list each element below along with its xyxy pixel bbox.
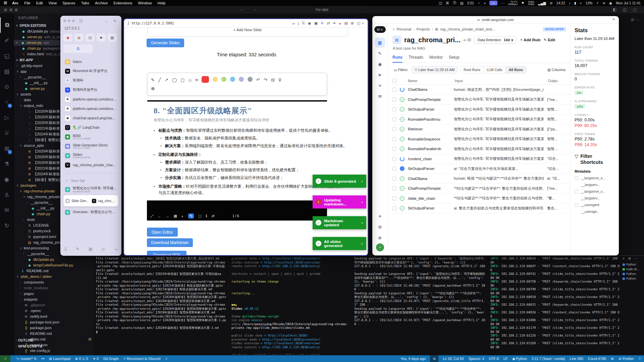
metadata-item[interactable]: __langserv... [575,183,615,187]
draw-tool[interactable]: ⚲ [278,77,282,82]
draw-tool[interactable] [230,77,235,83]
split-tab-segment[interactable]: ▦ Slide Gen... [65,199,90,203]
terminal-list-item[interactable]: Python: [623,276,643,281]
draw-tool[interactable]: ↗ [165,77,168,82]
menubar-status-icon[interactable]: ⚡ [596,1,599,5]
menu-window[interactable]: Window [138,1,152,5]
tab[interactable]: Setup [449,55,459,63]
row-checkbox[interactable] [392,147,396,151]
draw-tool[interactable] [221,77,226,83]
indentation[interactable]: Spaces: 4 [469,357,484,361]
run-row[interactable]: ChatOllama human: 阅读文档，按**内容: [文档]: [Doc… [392,85,570,95]
menu-help[interactable]: Help [157,1,165,5]
menu-app[interactable]: Arc [12,1,18,5]
tab[interactable]: Runs [392,55,402,63]
terminal-list-item[interactable]: Python: [623,272,643,276]
col-name[interactable]: Name [408,79,451,83]
menubar-status-icon[interactable]: ▂▄▆ [538,1,546,5]
draw-tool[interactable]: ↷ [264,77,267,82]
metadata-checkbox[interactable] [575,176,578,180]
metadata-checkbox[interactable] [575,203,578,207]
menubar-status-icon[interactable]: 0KB/s 0KB/s [528,1,534,5]
run-name[interactable]: RunnablePassthrou [408,117,450,121]
tree-item[interactable]: › components [14,280,94,285]
metadata-item[interactable]: __langserve_v... [575,190,615,193]
layout-toggle-icons[interactable]: ◧ ◫ ▢ [613,7,639,12]
menu-view[interactable]: View [49,1,57,5]
draw-tool[interactable]: ≡ [196,77,198,82]
pinned-tab[interactable]: ❋ platform.openai.com/docs/... [63,104,118,113]
terminal-list-item[interactable]: node sli... [623,267,643,272]
player-icon[interactable]: ◐ [181,214,184,218]
close-drawing-button[interactable]: ⊗ [151,86,155,91]
metadata-item[interactable]: __useragent [575,203,615,207]
run-row[interactable]: StrOutputParser ai: "综合方案优化与个性化市场拓展策... … [392,164,570,174]
menubar-status-icon[interactable]: ♪ [569,1,571,5]
rail-icon[interactable]: ☀ [375,211,385,221]
row-checkbox[interactable] [392,117,396,121]
row-checkbox[interactable] [392,186,396,190]
add-rule-button[interactable]: ⚡ Add Rule [520,38,540,42]
activitybar-icon[interactable]: ⑂ 8 [0,95,14,110]
toast-close-icon[interactable]: × [361,200,363,204]
chrome-icon[interactable]: ◫ [357,21,360,25]
select-all-checkbox[interactable] [392,79,396,83]
discord-button[interactable]: ⚡ Reconnect to Discord [123,357,161,361]
chrome-icon[interactable]: ● [339,21,341,25]
menubar-status-icon[interactable]: ◫ [439,1,442,5]
encoding[interactable]: UTF-8 [489,357,499,361]
open-tab[interactable]: ◈ 智慧化办公与停车: 写字楼... localhost:3030 [63,185,118,194]
close-icon[interactable]: × [612,17,615,22]
run-row[interactable]: ChatPromptTemplat 智慧化办公与停车: 写字楼智能梯控及停车场解… [392,95,570,105]
tree-item[interactable]: ⚙ .npmrc [14,308,94,314]
toolbar-icon[interactable]: ✎ [76,247,79,252]
line-stat[interactable]: Line 590 [570,357,583,361]
traffic-max[interactable] [72,19,75,22]
new-tab-button[interactable]: ＋New Tab [63,177,118,185]
player-icon[interactable]: ← [158,214,161,218]
run-name[interactable]: StrOutputParser [408,206,450,210]
draw-tool[interactable] [248,77,253,83]
extension-icon[interactable]: ◉ [74,34,84,42]
chrome-icon[interactable]: ▤ [344,21,347,25]
run-row[interactable]: StrOutputParser ai: 整合方案的创新点与优势主要体现在智能梯控… [392,203,570,214]
terminal-uvicorn-log[interactable]: INFO: 192.168.2.119:60634 - "POST /keywo… [490,257,620,355]
apple-menu-icon[interactable]: ⌘ [3,1,7,5]
chrome-icon[interactable]: ▣ [314,21,318,25]
pinned-tab[interactable]: ▦ Slide Generator Demo 127.0.0.1:5001 [63,141,118,151]
draw-tool[interactable] [202,76,209,84]
activitybar-icon[interactable]: ⧉ [0,17,14,33]
tree-item[interactable]: ∨ slide_demo / slidev [14,274,94,280]
terminal-langserve-payload[interactable]: Sending payload to Langserve API: {'inpu… [354,257,486,355]
activitybar-icon[interactable]: ▷ [0,110,14,125]
player-icon[interactable]: ℹ [206,214,207,218]
activitybar-icon[interactable]: ↻ [0,218,14,233]
menubar-status-icon[interactable]: 79.9°C 6998rpm [508,1,518,5]
close-icon[interactable]: × [362,21,364,26]
pinned-tab[interactable]: M Moonshot AI 开放平台 [63,66,118,76]
rail-icon[interactable]: ⊕ [375,233,385,243]
user-avatar[interactable]: ◔ [376,243,384,251]
metadata-item[interactable]: __langserv... [575,196,615,200]
add-new-slide-button[interactable]: + Add New Slide [233,28,262,32]
npm-scripts-section[interactable]: ›NPM SCRIPTS [14,343,94,349]
player-icon[interactable]: ⤢ [150,214,153,218]
col-input[interactable]: Input [455,79,545,83]
menubar-status-icon[interactable]: ◉ [609,1,612,5]
rail-icon[interactable]: ✉ [375,91,385,101]
git-graph-button[interactable]: Git Graph [103,357,119,361]
run-row[interactable]: RunnableSequence 智慧化办公与停车: 写字楼智能梯控及停车场解决… [392,134,570,144]
player-icon[interactable]: ◻ [198,214,201,218]
tree-item[interactable]: ⚙ .gitignore [14,302,94,308]
sidebar-toggle-icon[interactable]: ◫ [79,18,83,23]
rail-icon[interactable]: ➤ [375,70,385,80]
menubar-status-icon[interactable]: ▭ [489,1,497,5]
run-name[interactable]: ChatPromptTemplat [408,186,450,190]
menubar-status-icon[interactable]: ≋ [602,1,605,5]
active-split-tab[interactable]: ▦ Slide Gen... V rag_chro... [63,195,118,206]
edit-button[interactable]: ✎ Edit [544,38,555,42]
split-tab-segment[interactable]: V rag_chro... [92,199,116,203]
run-row[interactable]: Retriever 智慧化办公与停车: 写字楼智能梯控及停车场解决方案策划*..… [392,124,570,134]
menubar-status-icon[interactable]: Ⓟ [453,1,457,5]
filters-button[interactable]: ⚌ Filters [392,66,409,73]
